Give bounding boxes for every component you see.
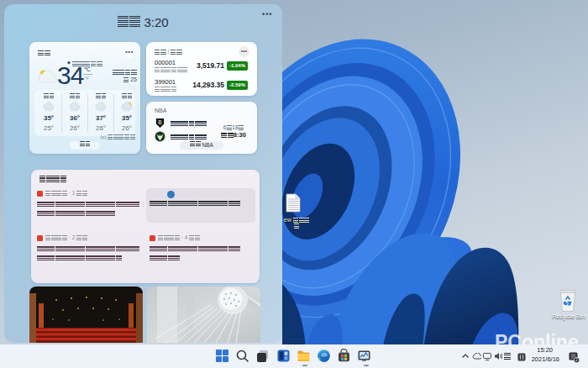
svg-text:B: B: [158, 119, 161, 125]
svg-text:2: 2: [575, 357, 578, 362]
